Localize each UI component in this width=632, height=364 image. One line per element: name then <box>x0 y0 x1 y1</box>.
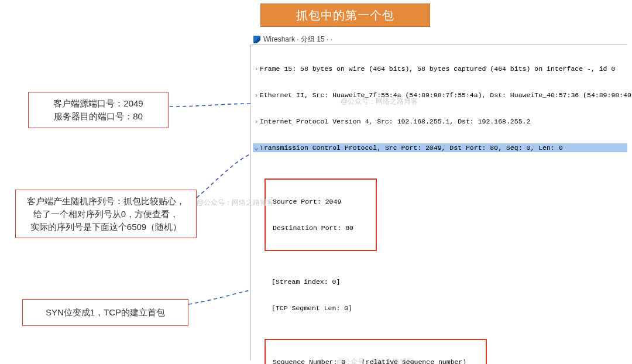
destination-port[interactable]: Destination Port: 80 <box>273 224 353 232</box>
annotation-seq-line1: 客户端产生随机序列号：抓包比较贴心， <box>23 195 189 208</box>
stream-index[interactable]: [Stream index: 0] <box>272 277 340 286</box>
expander-open-icon[interactable]: ⌄ <box>253 143 260 152</box>
tcp-summary[interactable]: Transmission Control Protocol, Src Port:… <box>260 143 563 152</box>
annotation-seq-line2: 给了一个相对序列号从0，方便查看， <box>23 208 189 221</box>
annotation-syn: SYN位变成1，TCP的建立首包 <box>22 299 188 326</box>
frame-summary[interactable]: Frame 15: 58 bytes on wire (464 bits), 5… <box>260 64 615 73</box>
page-title: 抓包中的第一个包 <box>260 4 430 27</box>
annotation-seq-line3: 实际的序列号是下面这个6509（随机） <box>23 221 189 233</box>
packet-details-tree[interactable]: ›Frame 15: 58 bytes on wire (464 bits), … <box>251 45 627 364</box>
wireshark-fin-icon <box>253 36 260 43</box>
tcp-seg-len[interactable]: [TCP Segment Len: 0] <box>272 304 352 313</box>
expander-icon[interactable]: › <box>253 64 260 73</box>
expander-icon[interactable]: › <box>253 91 260 99</box>
wireshark-packet-pane: Wireshark · 分组 15 · · ›Frame 15: 58 byte… <box>250 44 627 360</box>
ports-highlight-box: Source Port: 2049 Destination Port: 80 <box>265 178 377 251</box>
window-title-bar: Wireshark · 分组 15 · · <box>253 35 332 44</box>
ip-summary[interactable]: Internet Protocol Version 4, Src: 192.16… <box>260 117 530 126</box>
seq-relative[interactable]: Sequence Number: 0 (relative sequence nu… <box>273 358 466 364</box>
annotation-ports-line2: 服务器目的端口号：80 <box>36 110 161 123</box>
annotation-syn-line1: SYN位变成1，TCP的建立首包 <box>30 304 181 321</box>
expander-icon[interactable]: › <box>253 117 260 126</box>
annotation-ports-line1: 客户端源端口号：2049 <box>36 97 161 110</box>
annotation-ports: 客户端源端口号：2049 服务器目的端口号：80 <box>28 92 169 128</box>
source-port[interactable]: Source Port: 2049 <box>273 197 341 206</box>
window-title-text: Wireshark · 分组 15 · · <box>263 35 332 44</box>
ethernet-summary[interactable]: Ethernet II, Src: HuaweiTe_7f:55:4a (54:… <box>260 91 632 99</box>
annotation-seq: 客户端产生随机序列号：抓包比较贴心， 给了一个相对序列号从0，方便查看， 实际的… <box>15 190 197 238</box>
seq-highlight-box: Sequence Number: 0 (relative sequence nu… <box>265 339 487 364</box>
